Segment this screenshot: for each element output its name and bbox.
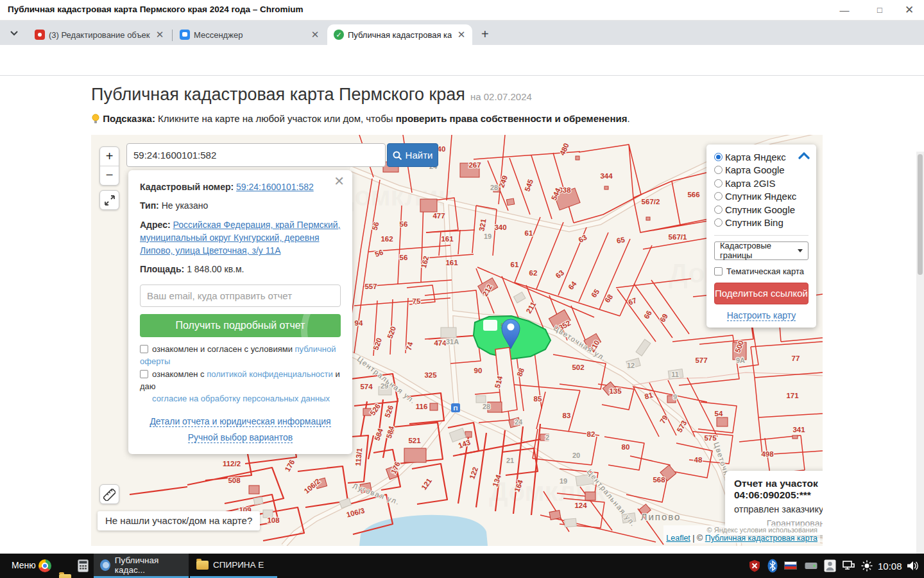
window-maximize-button[interactable]: □: [871, 3, 888, 18]
parcel-chip: [483, 320, 497, 331]
parcel-label: 83: [563, 412, 571, 419]
tab-close-icon[interactable]: ✕: [154, 29, 166, 40]
layer-option-2gis-map[interactable]: Карта 2GIS: [714, 177, 809, 189]
layer-option-bing-sat[interactable]: Спутник Bing: [714, 216, 809, 229]
parcel-label: 568: [653, 476, 665, 484]
parcel-label: 90: [474, 367, 483, 374]
kadnum-search-input[interactable]: [126, 143, 386, 167]
tray-network-icon[interactable]: [842, 560, 855, 572]
chrome-launcher-icon[interactable]: [38, 559, 51, 572]
tray-disk-icon[interactable]: [805, 561, 817, 570]
measure-button[interactable]: [99, 484, 119, 504]
tray-user-icon[interactable]: [824, 559, 836, 572]
parcel-label: 340: [494, 223, 506, 231]
close-icon[interactable]: ✕: [334, 177, 345, 186]
radio-icon: [714, 192, 723, 200]
thematic-checkbox[interactable]: [714, 267, 723, 276]
parcel-info-panel: ✕ Кадастровый номер: 59:24:1600101:582 Т…: [128, 170, 352, 454]
page-scrollbar[interactable]: [916, 152, 924, 578]
radio-icon: [714, 166, 723, 174]
tab-editing-object[interactable]: (3) Редактирование объекта ✕: [28, 24, 171, 45]
taskbar-task-browser[interactable]: Публичная кадас...: [94, 554, 189, 578]
map-attribution: © Яндекс условия использования Leaflet |…: [663, 525, 820, 543]
page-content: Публичная кадастровая карта Пермского кр…: [0, 76, 924, 554]
window-minimize-button[interactable]: —: [836, 3, 853, 18]
parcel-label: 344: [600, 172, 613, 180]
parcel-label: 108: [267, 516, 280, 524]
page-hint: Подсказка: Кликните на карте на любой уч…: [91, 113, 630, 124]
privacy-link[interactable]: политикой конфиденциальности: [207, 369, 333, 379]
reference-label: 2: [545, 434, 549, 441]
radio-icon: [714, 218, 723, 227]
tab-close-icon[interactable]: ✕: [456, 29, 467, 40]
parcel-label: 80: [622, 443, 630, 451]
offer-checkbox[interactable]: [140, 345, 148, 353]
tab-strip: (3) Редактирование объекта ✕ Мессенджер …: [0, 21, 924, 45]
tab-cadastral-map[interactable]: ✓ Публичная кадастровая кар ✕: [327, 24, 472, 45]
report-details-link[interactable]: Детали отчета и юридическая информация: [150, 416, 330, 427]
layer-option-google-map[interactable]: Карта Google: [714, 164, 809, 177]
layer-option-google-sat[interactable]: Спутник Google: [714, 203, 809, 216]
tray-security-shield-icon[interactable]: [748, 559, 761, 572]
tray-volume-icon[interactable]: [906, 560, 919, 572]
expand-arrows-icon: [104, 195, 116, 206]
type-value: Не указано: [162, 200, 209, 211]
scrollbar-thumb[interactable]: [918, 154, 923, 275]
parcel-label: 161: [445, 259, 458, 267]
pkk-link[interactable]: Публичная кадастровая карта: [705, 534, 817, 543]
new-tab-button[interactable]: +: [481, 27, 489, 42]
hint-label: Подсказка:: [103, 113, 155, 124]
thematic-map-row[interactable]: Тематическая карта: [714, 267, 809, 276]
zoom-in-button[interactable]: +: [100, 147, 119, 166]
tray-brightness-icon[interactable]: [861, 560, 873, 572]
parcel-label: 112/2: [223, 460, 241, 468]
taskbar-task-folder[interactable]: СПИРИНА Е: [190, 554, 277, 578]
cad-number-link[interactable]: 59:24:1600101:582: [236, 182, 314, 192]
parcel-label: 56: [400, 220, 408, 228]
parcel-label: 508: [228, 477, 241, 484]
reference-label: 9: [673, 393, 677, 401]
find-button[interactable]: Найти: [387, 143, 438, 167]
fullscreen-button[interactable]: [99, 190, 119, 210]
leaflet-link[interactable]: Leaflet: [666, 534, 690, 543]
messenger-favicon-icon: [180, 30, 190, 40]
parcel-label: 77: [792, 355, 800, 362]
personal-data-link[interactable]: согласие на обработку персональных данны…: [152, 394, 330, 403]
hint-text: Кликните на карте на любой участок или д…: [155, 113, 396, 124]
parcel-label: 341: [792, 426, 805, 434]
window-close-button[interactable]: ✕: [901, 3, 918, 18]
place-label: Липово: [641, 511, 681, 522]
radio-icon: [714, 179, 723, 188]
configure-map-link[interactable]: Настроить карту: [727, 310, 796, 321]
share-link-button[interactable]: Поделиться ссылкой: [714, 283, 809, 304]
tray-bluetooth-icon[interactable]: [767, 559, 778, 573]
email-input[interactable]: [140, 285, 341, 307]
parcel-label: 113/1: [354, 448, 363, 467]
reference-label: 21: [506, 457, 514, 464]
calculator-launcher-icon[interactable]: [78, 559, 89, 572]
notification-body: отправлен заказчику в 21:34: [734, 504, 823, 514]
red-pin-favicon-icon: [35, 30, 45, 40]
get-report-button[interactable]: Получить подробный отчет: [140, 314, 341, 337]
layer-option-yandex-sat[interactable]: Спутник Яндекс: [714, 190, 809, 203]
tray-keyboard-layout-flag-icon[interactable]: [784, 561, 797, 570]
folder-icon: [196, 561, 209, 570]
area-value: 1 848.00 кв.м.: [187, 264, 244, 274]
files-launcher-icon[interactable]: [59, 574, 71, 578]
tab-search-chevron-icon[interactable]: [9, 30, 19, 37]
manual-choice-link[interactable]: Ручной выбор вариантов: [188, 432, 293, 443]
layer-option-yandex-map[interactable]: Карта Яндекс: [714, 150, 809, 163]
taskbar-menu-button[interactable]: Меню: [12, 560, 36, 570]
collapse-chevron-icon[interactable]: [798, 152, 810, 160]
tab-messenger[interactable]: Мессенджер ✕: [173, 24, 326, 45]
green-check-favicon-icon: ✓: [334, 30, 344, 40]
window-title: Публичная кадастровая карта Пермского кр…: [8, 4, 304, 14]
privacy-checkbox[interactable]: [140, 370, 148, 378]
tab-close-icon[interactable]: ✕: [309, 29, 321, 40]
map-canvas[interactable]: Домклик Домклик Домклик: [91, 135, 823, 546]
tray-clock: 10:08: [878, 561, 902, 572]
boundaries-select[interactable]: Кадастровые границы: [714, 241, 809, 260]
not-found-tooltip[interactable]: Не нашли участок/дом на карте?: [98, 511, 260, 530]
zoom-out-button[interactable]: −: [100, 166, 119, 186]
parcel-label: 566: [687, 191, 699, 198]
